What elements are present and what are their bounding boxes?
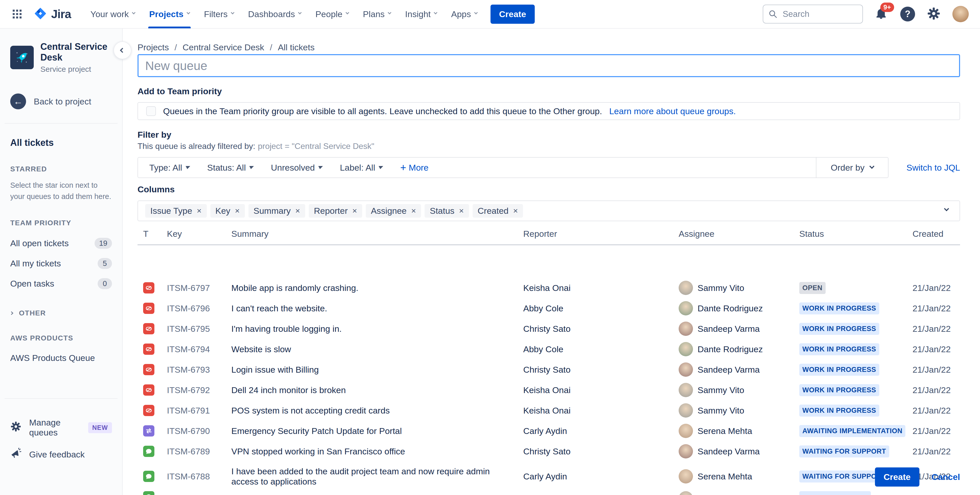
help-icon[interactable]: ?	[900, 6, 915, 21]
table-row[interactable]: ITSM-6790Emergency Security Patch Update…	[137, 420, 960, 441]
nav-item-filters[interactable]: Filters	[197, 0, 241, 29]
remove-chip-icon[interactable]: ×	[352, 206, 357, 216]
settings-gear-icon[interactable]	[927, 6, 941, 21]
issue-summary-link[interactable]: I'm having trouble logging in.	[231, 324, 523, 334]
assignee-avatar	[679, 491, 693, 495]
manage-queues-button[interactable]: Manage queues NEW	[0, 412, 122, 443]
sidebar-item-all-tickets[interactable]: All tickets	[0, 137, 122, 148]
remove-chip-icon[interactable]: ×	[513, 206, 518, 216]
sidebar-item-other[interactable]: OTHER	[0, 309, 122, 317]
table-row[interactable]: ITSM-6789VPN stopped working in San Fran…	[137, 441, 960, 462]
breadcrumb-separator: /	[175, 43, 177, 52]
cancel-button[interactable]: Cancel	[932, 472, 960, 482]
breadcrumb-item[interactable]: Central Service Desk	[183, 43, 264, 52]
team-priority-checkbox[interactable]	[146, 106, 156, 116]
column-chip-reporter[interactable]: Reporter×	[309, 204, 362, 217]
table-row[interactable]: ITSM-6793Login issue with BillingChristy…	[137, 359, 960, 380]
table-row[interactable]: ITSM-6794Website is slowAbby ColeDante R…	[137, 339, 960, 359]
issue-key-link[interactable]: ITSM-6797	[167, 283, 231, 293]
back-to-project[interactable]: ← Back to project	[0, 94, 122, 109]
user-avatar[interactable]	[952, 6, 969, 22]
column-chip-issue-type[interactable]: Issue Type×	[145, 204, 207, 217]
breadcrumb-item[interactable]: All tickets	[278, 43, 315, 52]
app-switcher-icon[interactable]	[11, 8, 23, 20]
column-chip-status[interactable]: Status×	[425, 204, 469, 217]
reporter-name: Keisha Onai	[523, 385, 679, 395]
remove-chip-icon[interactable]: ×	[459, 206, 464, 216]
issue-summary-link[interactable]: Login issue with Billing	[231, 365, 523, 375]
order-by-dropdown[interactable]: Order by	[816, 158, 888, 178]
issue-summary-link[interactable]: I have been added to the audit project t…	[231, 466, 523, 487]
issue-summary-link[interactable]: Mobile app is randomly crashing.	[231, 283, 523, 293]
table-row[interactable]: ITSM-6788I have been added to the audit …	[137, 462, 960, 491]
column-chip-created[interactable]: Created×	[473, 204, 523, 217]
nav-item-your-work[interactable]: Your work	[83, 0, 142, 29]
columns-select[interactable]: Issue Type×Key×Summary×Reporter×Assignee…	[137, 200, 960, 221]
nav-item-dashboards[interactable]: Dashboards	[241, 0, 308, 29]
sidebar-item-all-my-tickets[interactable]: All my tickets5	[0, 253, 122, 274]
queue-name-input[interactable]	[137, 54, 960, 77]
table-row[interactable]: ITSM-6792Dell 24 inch monitor is brokenK…	[137, 380, 960, 400]
issue-summary-link[interactable]: Dell 24 inch monitor is broken	[231, 385, 523, 395]
create-queue-button[interactable]: Create	[875, 467, 920, 487]
remove-chip-icon[interactable]: ×	[411, 206, 416, 216]
remove-chip-icon[interactable]: ×	[295, 206, 300, 216]
filter-dropdown-label[interactable]: Label: All	[340, 163, 383, 173]
issue-key-link[interactable]: ITSM-6788	[167, 471, 231, 481]
remove-chip-icon[interactable]: ×	[235, 206, 240, 216]
queue-groups-learn-more-link[interactable]: Learn more about queue groups.	[609, 106, 736, 116]
issue-key-link[interactable]: ITSM-6791	[167, 406, 231, 416]
issue-key-link[interactable]: ITSM-6789	[167, 446, 231, 457]
filter-dropdown-type[interactable]: Type: All	[149, 163, 190, 173]
table-row-partial[interactable]	[137, 491, 960, 495]
issue-key-link[interactable]: ITSM-6795	[167, 324, 231, 334]
issue-summary-link[interactable]: POS system is not accepting credit cards	[231, 405, 523, 416]
queue-count-badge: 19	[95, 238, 112, 249]
nav-item-label: People	[315, 9, 342, 19]
issue-summary-link[interactable]: Website is slow	[231, 344, 523, 354]
more-filters-button[interactable]: + More	[400, 163, 429, 173]
issue-summary-link[interactable]: Emergency Security Patch Update for Port…	[231, 426, 523, 436]
remove-chip-icon[interactable]: ×	[197, 206, 202, 216]
table-row[interactable]: ITSM-6795I'm having trouble logging in.C…	[137, 319, 960, 339]
create-issue-button[interactable]: Create	[490, 5, 535, 24]
issue-key-link[interactable]: ITSM-6794	[167, 344, 231, 354]
table-row[interactable]: ITSM-6797Mobile app is randomly crashing…	[137, 278, 960, 298]
issue-key-link[interactable]: ITSM-6790	[167, 426, 231, 436]
column-chip-assignee[interactable]: Assignee×	[366, 204, 421, 217]
filter-dropdown-status[interactable]: Status: All	[207, 163, 254, 173]
incident-type-icon	[143, 384, 154, 396]
notifications-button[interactable]: 9+	[875, 6, 888, 21]
reporter-name: Christy Sato	[523, 365, 679, 375]
type-cell	[137, 405, 167, 416]
nav-item-apps[interactable]: Apps	[444, 0, 484, 29]
nav-item-insight[interactable]: Insight	[398, 0, 444, 29]
issue-key-link[interactable]: ITSM-6796	[167, 303, 231, 313]
chip-label: Summary	[254, 206, 291, 216]
sidebar-item-all-open-tickets[interactable]: All open tickets19	[0, 233, 122, 253]
nav-item-plans[interactable]: Plans	[356, 0, 398, 29]
jira-logo-text: Jira	[51, 7, 71, 21]
table-row[interactable]: ITSM-6791POS system is not accepting cre…	[137, 400, 960, 420]
filter-dropdown-unresolved[interactable]: Unresolved	[271, 163, 323, 173]
nav-item-people[interactable]: People	[308, 0, 356, 29]
table-row[interactable]: ITSM-6796I can't reach the website.Abby …	[137, 298, 960, 319]
column-chip-summary[interactable]: Summary×	[248, 204, 305, 217]
collapse-sidebar-button[interactable]	[113, 41, 131, 59]
give-feedback-button[interactable]: Give feedback	[0, 443, 122, 466]
nav-item-projects[interactable]: Projects	[142, 0, 197, 29]
triangle-down-icon	[378, 166, 383, 169]
issue-key-link[interactable]: ITSM-6793	[167, 365, 231, 375]
issue-summary-link[interactable]: I can't reach the website.	[231, 303, 523, 313]
jira-logo[interactable]: Jira	[33, 6, 71, 22]
chevron-down-icon[interactable]	[945, 208, 948, 212]
column-chip-key[interactable]: Key×	[210, 204, 245, 217]
search-input[interactable]	[763, 5, 863, 24]
sidebar-item-open-tasks[interactable]: Open tasks0	[0, 274, 122, 294]
issue-summary-link[interactable]: VPN stopped working in San Francisco off…	[231, 446, 523, 457]
chevron-down-icon	[186, 11, 190, 14]
issue-key-link[interactable]: ITSM-6792	[167, 385, 231, 395]
switch-to-jql-link[interactable]: Switch to JQL	[906, 163, 960, 173]
breadcrumb-item[interactable]: Projects	[137, 43, 169, 52]
sidebar-item-aws-products-queue[interactable]: AWS Products Queue	[0, 348, 122, 368]
